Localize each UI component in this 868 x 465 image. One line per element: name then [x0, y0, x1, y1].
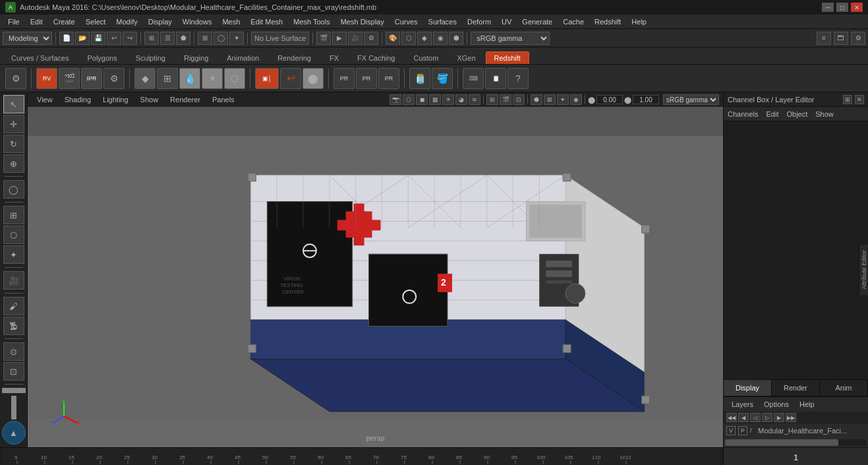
menu-generate[interactable]: Generate: [517, 16, 558, 27]
window-controls[interactable]: ─ □ ✕: [822, 3, 863, 12]
nav-frame-next-btn[interactable]: ▷: [762, 413, 772, 422]
shelf-material-icon[interactable]: ◆: [134, 68, 156, 89]
workspace-dropdown[interactable]: Modeling: [3, 32, 52, 45]
shelf-pr3-icon[interactable]: PR: [378, 68, 399, 89]
timeline-bar[interactable]: 5 10 15 20 25 30 35 40 45 50 55 60 65 70…: [0, 448, 723, 465]
color-space-dropdown[interactable]: sRGB gamma: [471, 32, 550, 45]
rotate-tool-btn[interactable]: ↻: [3, 135, 24, 153]
menu-help[interactable]: Help: [626, 16, 652, 27]
show-menu[interactable]: Show: [135, 94, 164, 105]
tab-polygons[interactable]: Polygons: [78, 51, 125, 64]
vp-cam-icon2[interactable]: 🎬: [500, 94, 511, 105]
menu-curves[interactable]: Curves: [390, 16, 423, 27]
select-btn[interactable]: ⊞: [144, 32, 159, 45]
vp-shadow-icon[interactable]: ◕: [455, 94, 467, 105]
misc-btn2[interactable]: ◉: [433, 32, 448, 45]
nav-prev-btn[interactable]: ◀: [738, 413, 749, 422]
maximize-button[interactable]: □: [836, 3, 848, 12]
shelf-settings-icon[interactable]: ⚙: [5, 68, 26, 89]
select-all-btn[interactable]: ☰: [160, 32, 175, 45]
nav-frame-prev-btn[interactable]: ◁: [750, 413, 761, 422]
viewport-3d[interactable]: VIRON TESTING CENTER 2: [28, 107, 723, 447]
minimize-button[interactable]: ─: [822, 3, 834, 12]
layers-btn[interactable]: Layers: [728, 399, 757, 410]
ipr-btn[interactable]: 🎥: [348, 32, 362, 45]
vp-poly-icon[interactable]: ⬢: [531, 94, 542, 105]
menu-edit-mesh[interactable]: Edit Mesh: [245, 16, 288, 27]
hotbox-btn[interactable]: ⬡: [401, 32, 416, 45]
show-label[interactable]: Show: [815, 110, 834, 118]
render-settings-btn[interactable]: 🎬: [316, 32, 331, 45]
menu-mesh-tools[interactable]: Mesh Tools: [288, 16, 335, 27]
menu-mesh[interactable]: Mesh: [217, 16, 245, 27]
vp-uv-icon[interactable]: ⊠: [544, 94, 556, 105]
new-scene-btn[interactable]: 📄: [59, 32, 74, 45]
scale-tool-btn[interactable]: ⊕: [3, 154, 24, 173]
redo-btn[interactable]: ↪: [123, 32, 137, 45]
attr-editor-toggle[interactable]: 🗔: [834, 32, 848, 45]
move-tool-btn[interactable]: ✛: [3, 115, 24, 133]
menu-modify[interactable]: Modify: [111, 16, 142, 27]
menu-uv[interactable]: UV: [496, 16, 517, 27]
panel-float-btn[interactable]: ⊞: [843, 95, 852, 104]
camera-btn[interactable]: 🎥: [3, 271, 24, 290]
menu-mesh-display[interactable]: Mesh Display: [335, 16, 390, 27]
snap-curve-btn[interactable]: ◯: [214, 32, 228, 45]
menu-edit[interactable]: Edit: [25, 16, 48, 27]
vp-camera-icon[interactable]: 📷: [390, 94, 401, 105]
shelf-code-icon[interactable]: ⌨: [463, 68, 484, 89]
vp-isolate-icon[interactable]: ◉: [570, 94, 582, 105]
undo-btn[interactable]: ↩: [107, 32, 121, 45]
shelf-light-icon[interactable]: ☀: [202, 68, 223, 89]
vp-shaded-icon[interactable]: ◼: [416, 94, 428, 105]
tab-xgen[interactable]: XGen: [448, 51, 484, 64]
menu-file[interactable]: File: [3, 16, 25, 27]
renderer-menu[interactable]: Renderer: [165, 94, 206, 105]
shelf-ipr-icon[interactable]: IPR: [81, 68, 102, 89]
misc-lt-btn1[interactable]: ⊡: [3, 362, 24, 381]
layer-scrollbar[interactable]: [725, 439, 867, 446]
panels-menu[interactable]: Panels: [207, 94, 240, 105]
sculpt-btn[interactable]: 🗜: [3, 317, 24, 335]
layer-help-btn[interactable]: Help: [796, 399, 819, 410]
shelf-proxy-icon[interactable]: ▣│: [255, 68, 279, 89]
vp-colorspace-dropdown[interactable]: sRGB gamma: [663, 94, 719, 105]
open-scene-btn[interactable]: 📂: [75, 32, 90, 45]
shelf-bucket-icon[interactable]: 🎬: [59, 68, 80, 89]
shelf-geo-icon[interactable]: ⬡: [224, 68, 245, 89]
edit-label[interactable]: Edit: [766, 110, 778, 118]
vp-snap-icon[interactable]: ✦: [557, 94, 569, 105]
nav-rewind-btn[interactable]: ◀◀: [726, 413, 737, 422]
tab-fx-caching[interactable]: FX Caching: [349, 51, 403, 64]
tool-settings-toggle[interactable]: ⚙: [851, 32, 865, 45]
vp-aa-icon[interactable]: ≋: [469, 94, 480, 105]
channels-label[interactable]: Channels: [728, 110, 758, 118]
nav-forward-btn[interactable]: ▶▶: [786, 413, 796, 422]
timeline[interactable]: 5 10 15 20 25 30 35 40 45 50 55 60 65 70…: [0, 447, 868, 465]
color-management-btn[interactable]: 🎨: [386, 32, 400, 45]
view-menu[interactable]: View: [32, 94, 58, 105]
shelf-grid-icon[interactable]: ⊞: [157, 68, 178, 89]
tab-redshift[interactable]: Redshift: [486, 51, 529, 64]
shading-menu[interactable]: Shading: [59, 94, 96, 105]
layer-p-toggle[interactable]: P: [738, 426, 747, 435]
layer-scroll-thumb[interactable]: [725, 439, 838, 446]
shelf-curve-icon[interactable]: ↩: [280, 68, 301, 89]
select-tool-btn[interactable]: ↖: [3, 95, 24, 113]
menu-create[interactable]: Create: [48, 16, 80, 27]
lasso-btn[interactable]: ⬟: [176, 32, 190, 45]
lighting-menu[interactable]: Lighting: [98, 94, 134, 105]
settings-btn[interactable]: ⚙: [364, 32, 378, 45]
vp-resolution-icon[interactable]: ⊡: [513, 94, 525, 105]
snap-to-btn[interactable]: ✦: [3, 245, 24, 264]
tab-sculpting[interactable]: Sculpting: [127, 51, 174, 64]
menu-surfaces[interactable]: Surfaces: [423, 16, 462, 27]
options-btn[interactable]: Options: [760, 399, 793, 410]
vp-wireframe-icon[interactable]: ⬡: [403, 94, 415, 105]
object-label[interactable]: Object: [786, 110, 807, 118]
tab-custom[interactable]: Custom: [405, 51, 448, 64]
tab-rendering[interactable]: Rendering: [269, 51, 320, 64]
render-btn[interactable]: ▶: [332, 32, 347, 45]
vp-color-out-field[interactable]: [633, 95, 659, 104]
wireframe-btn[interactable]: ⬡: [3, 226, 24, 244]
